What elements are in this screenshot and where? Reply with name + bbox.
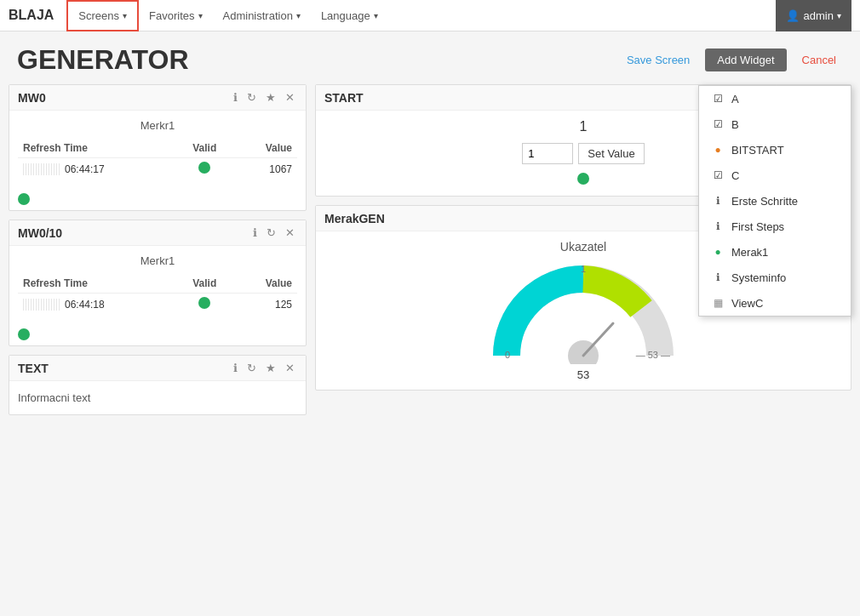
nav-screens[interactable]: Screens ▾: [66, 0, 139, 31]
circle-green-icon: ●: [711, 245, 725, 259]
widget-option-viewc[interactable]: ▦ ViewC: [699, 290, 851, 316]
mw010-header: MW0/10 ℹ ↻ ✕: [9, 220, 306, 246]
set-value-button[interactable]: Set Value: [578, 143, 644, 164]
table-row: 06:44:18 125: [18, 294, 297, 316]
widget-option-merak1-label: Merak1: [731, 246, 768, 259]
mw0-col-valid: Valid: [175, 139, 234, 158]
chevron-down-icon: ▾: [374, 11, 378, 20]
text-close-button[interactable]: ✕: [283, 361, 297, 375]
left-column: MW0 ℹ ↻ ★ ✕ Merkr1 Refresh Time Valid Va…: [9, 84, 315, 424]
nav-favorites[interactable]: Favorites ▾: [139, 0, 212, 31]
mw0-star-button[interactable]: ★: [263, 90, 278, 105]
checkbox-icon: ☑: [711, 92, 725, 106]
info-icon: ℹ: [711, 194, 725, 208]
admin-label: admin: [804, 9, 834, 22]
widget-option-merak1[interactable]: ● Merak1: [699, 239, 851, 265]
text-header: TEXT ℹ ↻ ★ ✕: [9, 356, 306, 381]
status-indicator: [18, 328, 30, 340]
widget-option-systeminfo[interactable]: ℹ Systeminfo: [699, 265, 851, 290]
checkbox-icon: ☑: [711, 117, 725, 131]
table-row: 06:44:17 1067: [18, 158, 297, 180]
mw010-title: MW0/10: [18, 226, 250, 240]
mw010-widget: MW0/10 ℹ ↻ ✕ Merkr1 Refresh Time Valid V…: [9, 220, 307, 346]
widget-option-erste-schritte[interactable]: ℹ Erste Schritte: [699, 188, 851, 214]
circle-orange-icon: ●: [711, 143, 725, 157]
mw010-table: Refresh Time Valid Value 06:44:18: [18, 274, 297, 315]
widget-option-systeminfo-label: Systeminfo: [731, 271, 786, 284]
checkbox-icon: ☑: [711, 168, 725, 182]
gauge-svg: [490, 262, 677, 364]
mw0-info-button[interactable]: ℹ: [231, 90, 240, 105]
gauge-title: Ukazatel: [560, 240, 606, 254]
chevron-down-icon: ▾: [837, 11, 841, 20]
mw010-refresh-button[interactable]: ↻: [264, 225, 278, 240]
text-body: Informacni text: [9, 381, 306, 414]
nav-screens-label: Screens: [78, 9, 119, 22]
widget-option-a-label: A: [731, 93, 739, 106]
timestamp-image: [23, 163, 61, 175]
widget-option-b[interactable]: ☑ B: [699, 111, 851, 137]
gauge-value: 53: [577, 368, 589, 381]
save-screen-button[interactable]: Save Screen: [620, 49, 697, 71]
info-icon: ℹ: [711, 271, 725, 284]
mw0-col-value: Value: [234, 139, 297, 158]
mw010-timestamp: 06:44:18: [18, 294, 175, 316]
mw010-body: Merkr1 Refresh Time Valid Value: [9, 246, 306, 323]
nav-administration[interactable]: Administration ▾: [213, 0, 311, 31]
chevron-down-icon: ▾: [123, 11, 127, 20]
page-header: GENERATOR Save Screen Add Widget Cancel: [0, 31, 860, 84]
text-refresh-button[interactable]: ↻: [244, 361, 259, 375]
mw010-close-button[interactable]: ✕: [283, 225, 297, 240]
mw0-controls: ℹ ↻ ★ ✕: [231, 90, 297, 105]
text-title: TEXT: [18, 362, 231, 375]
status-indicator: [18, 193, 30, 205]
mw010-valid: [175, 294, 234, 316]
chevron-down-icon: ▾: [296, 11, 301, 20]
mw0-title: MW0: [18, 91, 231, 105]
mw0-table: Refresh Time Valid Value 06:44:17: [18, 139, 297, 180]
cancel-button[interactable]: Cancel: [795, 49, 843, 71]
header-actions: Save Screen Add Widget Cancel: [620, 48, 843, 71]
text-star-button[interactable]: ★: [263, 361, 278, 375]
widget-option-b-label: B: [731, 118, 739, 131]
mw0-refresh-button[interactable]: ↻: [244, 90, 259, 105]
status-indicator: [198, 162, 210, 174]
nav-administration-label: Administration: [223, 9, 293, 22]
widget-option-bitstart[interactable]: ● BITSTART: [699, 137, 851, 163]
set-value-input[interactable]: [522, 143, 573, 164]
mw0-close-button[interactable]: ✕: [283, 90, 297, 105]
chevron-down-icon: ▾: [198, 11, 203, 20]
grid-icon: ▦: [711, 296, 725, 310]
nav-favorites-label: Favorites: [149, 9, 194, 22]
nav-language-label: Language: [321, 9, 370, 22]
gauge-mid-label: 1: [581, 264, 586, 274]
gauge-wrapper: 0 1 — 53 —: [490, 262, 677, 364]
user-icon: 👤: [786, 9, 800, 22]
nav-language[interactable]: Language ▾: [311, 0, 388, 31]
text-info-button[interactable]: ℹ: [231, 361, 240, 375]
add-widget-button[interactable]: Add Widget: [705, 48, 786, 71]
widget-option-bitstart-label: BITSTART: [731, 144, 784, 157]
gauge-min-label: 0: [505, 350, 510, 360]
widget-option-c-label: C: [731, 169, 739, 182]
admin-menu[interactable]: 👤 admin ▾: [776, 0, 851, 31]
text-controls: ℹ ↻ ★ ✕: [231, 361, 297, 375]
mw010-info-button[interactable]: ℹ: [250, 225, 260, 240]
mw010-controls: ℹ ↻ ✕: [250, 225, 297, 240]
mw010-subtitle: Merkr1: [18, 254, 297, 267]
mw0-timestamp: 06:44:17: [18, 158, 175, 180]
mw0-subtitle: Merkr1: [18, 119, 297, 132]
mw010-col-valid: Valid: [175, 274, 234, 294]
mw0-header: MW0 ℹ ↻ ★ ✕: [9, 85, 306, 111]
mw0-col-refresh: Refresh Time: [18, 139, 175, 158]
page-title: GENERATOR: [17, 44, 620, 76]
widget-option-a[interactable]: ☑ A: [699, 86, 851, 111]
widget-option-c[interactable]: ☑ C: [699, 163, 851, 188]
navbar: BLAJA Screens ▾ Favorites ▾ Administrati…: [0, 0, 860, 31]
status-indicator: [198, 297, 210, 309]
mw0-footer: [9, 188, 306, 210]
mw0-valid: [175, 158, 234, 180]
widget-option-viewc-label: ViewC: [731, 297, 763, 310]
widget-option-first-steps[interactable]: ℹ First Steps: [699, 214, 851, 239]
mw0-widget: MW0 ℹ ↻ ★ ✕ Merkr1 Refresh Time Valid Va…: [9, 84, 307, 211]
